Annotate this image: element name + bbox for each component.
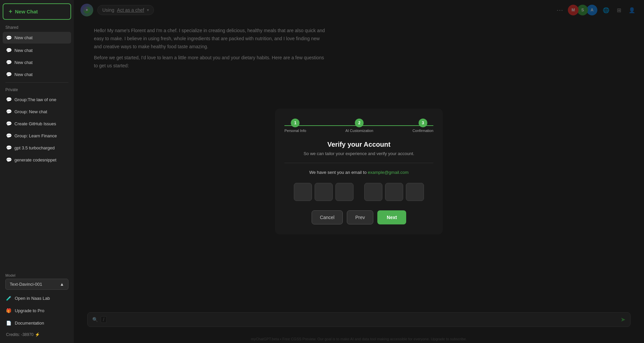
chat-icon: 💬	[6, 72, 12, 77]
chat-icon: 💬	[6, 97, 12, 102]
sidebar-item-law[interactable]: 💬 Group:The law of one	[3, 94, 71, 105]
otp-box-6[interactable]	[406, 183, 424, 201]
sidebar-item-shared-chat-2[interactable]: 💬 New chat	[3, 45, 71, 56]
pro-icon: 🎁	[6, 308, 11, 313]
step-3-circle: 3	[419, 119, 427, 127]
credits-label: Credits: -38970	[6, 332, 34, 337]
sidebar-item-label: Group: New chat	[14, 109, 68, 114]
naas-label: Open in Naas Lab	[15, 296, 50, 301]
chat-icon: 💬	[6, 145, 12, 150]
dialog-divider	[284, 163, 433, 163]
sidebar-item-label: Create GitHub Issues	[14, 121, 68, 126]
otp-box-2[interactable]	[315, 183, 333, 201]
sidebar-item-label: gpt 3.5 turbocharged	[14, 145, 68, 150]
sidebar-item-label: New chat	[14, 35, 50, 40]
step-3-number: 3	[422, 121, 424, 125]
new-chat-button[interactable]: + New Chat	[3, 3, 71, 20]
otp-box-5[interactable]	[385, 183, 403, 201]
step-3: 3 Confirmation	[413, 119, 433, 133]
sidebar-item-codesnippet[interactable]: 💬 generate codesnippet	[3, 154, 71, 165]
sidebar-item-label: Group: Learn Finance	[14, 133, 68, 138]
step-3-label: Confirmation	[413, 129, 433, 133]
documentation-button[interactable]: 📄 Documentation	[3, 317, 71, 329]
sidebar-item-github[interactable]: 💬 Create GitHub Issues	[3, 118, 71, 129]
docs-icon: 📄	[6, 321, 11, 326]
step-2-number: 2	[358, 121, 361, 125]
chat-icon: 💬	[6, 48, 12, 53]
sidebar-item-finance[interactable]: 💬 Group: Learn Finance	[3, 130, 71, 141]
model-select[interactable]: Text-Davinci-001 ▲	[5, 279, 68, 290]
dialog-subtitle: So we can tailor your experience and ver…	[284, 151, 433, 156]
delete-button[interactable]: 🗑️	[61, 35, 68, 41]
dialog-overlay: 1 Personal Info 2 AI Customization 3	[74, 0, 644, 343]
chat-icon: 💬	[6, 35, 12, 41]
otp-row	[284, 183, 433, 201]
next-button[interactable]: Next	[377, 210, 406, 224]
sidebar-bottom: Model Text-Davinci-001 ▲ 🧪 Open in Naas …	[3, 271, 71, 340]
private-section-label: Private	[3, 85, 71, 93]
naas-icon: 🧪	[6, 296, 11, 301]
pro-label: Upgrade to Pro	[15, 308, 44, 313]
model-section: Model Text-Davinci-001 ▲	[3, 271, 71, 292]
sidebar-item-label: New chat	[14, 60, 68, 65]
stepper-steps: 1 Personal Info 2 AI Customization 3	[284, 119, 433, 133]
otp-separator	[356, 183, 362, 201]
sidebar: + New Chat Shared 💬 New chat ✏️ 🗑️ 💬 New…	[0, 0, 74, 343]
sidebar-item-label: New chat	[14, 48, 68, 53]
divider	[5, 82, 68, 83]
chat-icon: 💬	[6, 121, 12, 126]
lightning-icon: ⚡	[35, 332, 40, 337]
sidebar-item-label: New chat	[14, 72, 68, 77]
chevron-up-icon: ▲	[60, 282, 64, 287]
otp-box-1[interactable]	[294, 183, 312, 201]
sidebar-item-label: Group:The law of one	[14, 97, 68, 102]
step-2: 2 AI Customization	[345, 119, 373, 133]
plus-icon: +	[9, 8, 12, 15]
step-1-circle: 1	[291, 119, 300, 127]
email-intro: We have sent you an email to	[309, 170, 367, 175]
step-2-label: AI Customization	[345, 129, 373, 133]
email-text: We have sent you an email to example@gma…	[284, 170, 433, 175]
sidebar-item-group-new[interactable]: 💬 Group: New chat	[3, 106, 71, 117]
chat-icon: 💬	[6, 157, 12, 162]
verify-account-dialog: 1 Personal Info 2 AI Customization 3	[275, 109, 443, 234]
email-link[interactable]: example@gmail.com	[368, 170, 409, 175]
model-label: Model	[5, 273, 68, 277]
dialog-title: Verify your Account	[284, 141, 433, 148]
shared-section-label: Shared	[3, 23, 71, 30]
chat-icon: 💬	[6, 60, 12, 65]
chat-icon: 💬	[6, 109, 12, 114]
new-chat-label: New Chat	[15, 9, 38, 14]
sidebar-item-gpt[interactable]: 💬 gpt 3.5 turbocharged	[3, 142, 71, 153]
docs-label: Documentation	[15, 321, 44, 326]
otp-box-4[interactable]	[364, 183, 382, 201]
stepper: 1 Personal Info 2 AI Customization 3	[284, 119, 433, 133]
model-value: Text-Davinci-001	[10, 282, 42, 287]
chat-icon: 💬	[6, 133, 12, 138]
main-area: ✦ Using Act as a chef ▾ ⋯ M S A 🌐 ⊞ 👤 He…	[74, 0, 644, 343]
step-1-number: 1	[294, 121, 297, 125]
otp-box-3[interactable]	[335, 183, 354, 201]
open-naas-button[interactable]: 🧪 Open in Naas Lab	[3, 292, 71, 304]
step-1: 1 Personal Info	[284, 119, 306, 133]
step-1-label: Personal Info	[284, 129, 306, 133]
sidebar-item-shared-chat-3[interactable]: 💬 New chat	[3, 57, 71, 68]
upgrade-pro-button[interactable]: 🎁 Upgrade to Pro	[3, 305, 71, 317]
sidebar-item-shared-chat-4[interactable]: 💬 New chat	[3, 69, 71, 80]
edit-button[interactable]: ✏️	[53, 35, 60, 41]
dialog-actions: Cancel Prev Next	[284, 210, 433, 224]
cancel-button[interactable]: Cancel	[312, 210, 343, 224]
prev-button[interactable]: Prev	[347, 210, 373, 224]
sidebar-item-shared-chat-1[interactable]: 💬 New chat ✏️ 🗑️	[3, 32, 71, 44]
sidebar-item-label: generate codesnippet	[14, 157, 68, 162]
credits-row: Credits: -38970 ⚡	[3, 330, 71, 340]
step-2-circle: 2	[355, 119, 364, 127]
